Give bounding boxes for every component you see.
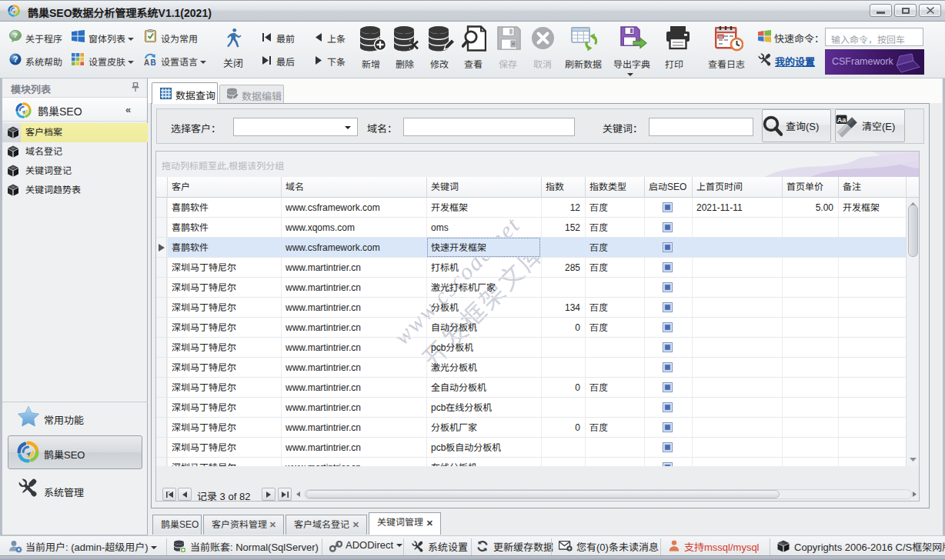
svg-text:B: B xyxy=(151,58,156,66)
svg-text:?: ? xyxy=(13,31,18,39)
svg-text:A: A xyxy=(144,58,149,66)
svg-text:Aa: Aa xyxy=(837,115,846,123)
svg-text:?: ? xyxy=(13,55,18,64)
